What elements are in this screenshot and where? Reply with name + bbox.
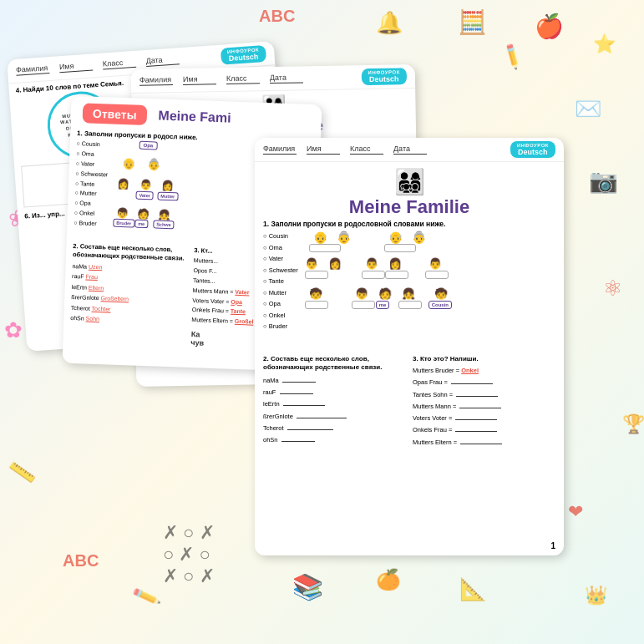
av-me2: 🧑 xyxy=(378,287,392,300)
av-tante-f: 👩 xyxy=(328,257,342,270)
brand-badge: ИНФОУРОК Deutsch xyxy=(221,45,267,65)
blank-gp2 xyxy=(384,244,416,252)
av-vater-f: 👨 xyxy=(365,257,378,270)
card4-fields: Фамилия Имя Класс Дата xyxy=(263,145,427,155)
label-vater: Vater xyxy=(135,191,154,200)
sticker-envelope: ✉️ xyxy=(575,96,601,122)
av-cousin2: 🧒 xyxy=(434,287,448,300)
field-imya: Имя xyxy=(59,60,94,73)
sticker-calculator: 🧮 xyxy=(458,8,487,36)
sticker-compass: 📐 xyxy=(459,576,486,602)
card4-body: 1. Заполни пропуски в родословной словам… xyxy=(255,220,564,449)
av-mutter-f: 👩 xyxy=(388,257,402,270)
blank-p1 xyxy=(305,271,328,279)
sticker-star: ⭐ xyxy=(593,33,616,55)
worksheet-card-main: Фамилия Имя Класс Дата ИНФОУРОК Deutsch … xyxy=(255,138,564,555)
av-onkel: 👨 xyxy=(305,257,318,270)
av-gf1: 👴 xyxy=(313,231,327,244)
card4-data: Дата xyxy=(393,145,427,155)
field-klass: Класс xyxy=(102,58,136,70)
av-gm1: 👵 xyxy=(337,231,351,244)
blank-p4 xyxy=(425,271,449,279)
card2-imya: Имя xyxy=(183,74,216,85)
main-scene: ABC 🔔 🧮 🍎 ✏️ ✉️ 📷 ⚛ 📏 ABC 📚 ⭐ ✿ ❀ ✗ ○ ✗○… xyxy=(0,0,644,644)
card2-data: Дата xyxy=(270,73,303,84)
sticker-ruler: 📏 xyxy=(7,457,38,487)
card4-s2: 2. Составь еще несколько слов, обозначаю… xyxy=(263,355,406,449)
card4-title: Meine Familie xyxy=(255,196,564,218)
sticker-atom: ⚛ xyxy=(603,276,622,302)
sticker-orange: 🍊 xyxy=(376,568,401,591)
card4-s3: 3. Кто это? Напиши. Mutters Bruder = Onk… xyxy=(413,355,555,449)
sticker-pencil2: ✏️ xyxy=(130,581,162,612)
blank-p3 xyxy=(385,271,408,279)
sticker-pencil: ✏️ xyxy=(497,42,527,72)
card4-family-tree: 👴 👵 👴 👵 👨 👩 👨 👩 👨 xyxy=(305,231,555,352)
card2-klass: Класс xyxy=(226,74,260,84)
card4-s1-content: Cousin Oma Vater Schwester Tante Mutter … xyxy=(263,231,555,352)
label-me-main: me xyxy=(376,301,390,309)
sticker-books: 📚 xyxy=(292,572,323,601)
label-schwe: Schwe xyxy=(153,220,175,229)
sticker-camera: 📷 xyxy=(589,167,618,195)
sticker-abc-bottom: ABC xyxy=(63,551,99,570)
card4-s3-label: 3. Кто это? Напиши. xyxy=(413,355,555,363)
av-oma: 👵 xyxy=(146,158,160,171)
word-tante: Tante xyxy=(263,276,298,287)
av-schwe: 👧 xyxy=(157,209,170,221)
blank-c3 xyxy=(398,301,422,309)
sticker-bell: 🔔 xyxy=(376,10,403,36)
card4-klass: Класс xyxy=(350,145,383,155)
blank-c1 xyxy=(305,301,328,309)
word-opa: Opa xyxy=(263,298,298,310)
av-bruder2: 👦 xyxy=(355,287,368,300)
card2-brand: ИНФОУРОК Deutsch xyxy=(361,68,407,85)
card4-s2-label: 2. Составь еще несколько слов, обозначаю… xyxy=(263,355,406,373)
field-familiya: Фамилия xyxy=(16,63,50,76)
word-oma: Oma xyxy=(263,242,298,254)
av-mutter: 👩 xyxy=(161,180,174,192)
card4-imya: Имя xyxy=(307,145,340,155)
card4-brand: ИНФОУРОК Deutsch xyxy=(510,141,555,158)
av-bruder: 👦 xyxy=(115,207,128,220)
card4-s3-lines: Mutters Bruder = Onkel Opas Frau = Tante… xyxy=(413,365,555,449)
av-vater: 👨 xyxy=(139,179,152,191)
sticker-trophy: 🏆 xyxy=(622,413,644,435)
card4-s2-lines: naMa rauF leErtn ßrerGnlote Tcherot ohSn xyxy=(263,375,406,447)
card2-fields: Фамилия Имя Класс Дата xyxy=(139,73,303,85)
word-schwester: Schwester xyxy=(263,265,298,276)
sticker-abc-top: ABC xyxy=(259,7,295,26)
av-tante: 👩 xyxy=(117,178,129,190)
sticker-heart: ❤ xyxy=(568,501,583,523)
word-bruder: Bruder xyxy=(263,321,298,332)
card3-s2: 2. Составь еще несколько слов, обозначаю… xyxy=(69,242,189,347)
card4-s1: 1. Заполни пропуски в родословной словам… xyxy=(263,220,555,352)
label-opa: Opa xyxy=(139,141,157,150)
av-gm2: 👵 xyxy=(412,231,426,244)
av-schwester: 👧 xyxy=(402,287,415,300)
card2-familiya: Фамилия xyxy=(139,75,173,86)
card4-header: Фамилия Имя Класс Дата ИНФОУРОК Deutsch xyxy=(255,138,564,162)
blank-c2 xyxy=(352,301,375,309)
word-vater: Vater xyxy=(263,253,298,265)
card4-s1-label: 1. Заполни пропуски в родословной словам… xyxy=(263,220,555,228)
page-number: 1 xyxy=(550,541,555,550)
sticker-flower: ✿ xyxy=(4,317,23,343)
av-gf2: 👴 xyxy=(388,231,403,244)
card4-family-emoji: 👨‍👩‍👧‍👦 xyxy=(255,167,564,196)
field-data: Дата xyxy=(145,54,180,67)
card3-title: Meine Fami xyxy=(158,109,231,126)
word-onkel: Onkel xyxy=(263,310,298,322)
sticker-crown: 👑 xyxy=(585,585,607,606)
card4-familiya: Фамилия xyxy=(263,145,297,155)
card4-bottom: 2. Составь еще несколько слов, обозначаю… xyxy=(263,355,555,449)
word-cousin: Cousin xyxy=(263,231,298,242)
answers-badge: Ответы xyxy=(83,103,147,125)
blank-p2 xyxy=(362,271,385,279)
label-mutter: Mutter xyxy=(157,192,178,201)
card4-title-area: 👨‍👩‍👧‍👦 Meine Familie xyxy=(255,162,564,220)
label-bruder: Bruder xyxy=(113,219,134,228)
blank-gp1 xyxy=(309,244,341,252)
av-opa: 👴 xyxy=(122,157,136,170)
card4-word-list: Cousin Oma Vater Schwester Tante Mutter … xyxy=(263,231,298,352)
